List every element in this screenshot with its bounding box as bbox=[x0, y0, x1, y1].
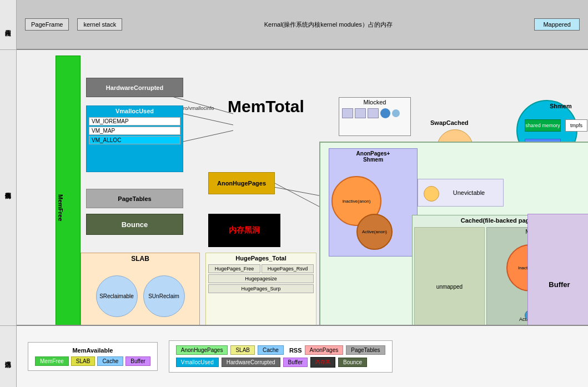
vm-map-item: VM_MAP bbox=[89, 127, 180, 135]
anonhugepages-box: AnonHugePages bbox=[208, 172, 275, 194]
buffer-rss-badge: Buffer bbox=[283, 358, 308, 367]
slab-rss-badge: SLAB bbox=[230, 345, 255, 355]
active-anon-circle: Active(anon) bbox=[356, 214, 393, 250]
slab-badge: SLAB bbox=[71, 356, 96, 366]
sreclaimable-circle: SReclaimable bbox=[96, 275, 138, 317]
bounce-rss-badge: Bounce bbox=[338, 358, 367, 367]
unmapped-box: unmapped bbox=[414, 227, 485, 326]
sunreclaim-circle: SUnReclaim bbox=[143, 275, 185, 317]
middle-section: MemFree HardwareCorrupted pro/vmallocinf… bbox=[17, 50, 588, 326]
hugepages-surp-item: HugePages_Surp bbox=[208, 284, 314, 293]
svg-line-3 bbox=[183, 130, 233, 142]
rss-summary: AnonHugePages SLAB Cache RSS AnonPages P… bbox=[169, 340, 393, 373]
memfree-badge: MemFree bbox=[35, 356, 69, 366]
vm-ioremap-item: VM_IOREMAP bbox=[89, 117, 180, 125]
page-tables-box: PageTables bbox=[86, 189, 183, 208]
mlocked-title: Mlocked bbox=[339, 98, 410, 107]
pro-vmallocinfo-label: pro/vmallocinfo bbox=[180, 105, 214, 111]
hugepagesize-item: Hugepagesize bbox=[208, 274, 314, 283]
unevictable-circle bbox=[424, 186, 439, 202]
rss-label: RSS bbox=[289, 347, 302, 354]
top-section: PageFrame kernel stack Kernal(操作系统内核kern… bbox=[17, 0, 588, 50]
kernel-label: Kernal(操作系统内核kernel modules）占的内存 bbox=[130, 21, 526, 29]
tmpfs-box: tmpfs bbox=[565, 119, 587, 132]
content-area: PageFrame kernel stack Kernal(操作系统内核kern… bbox=[17, 0, 588, 387]
svg-line-2 bbox=[183, 114, 233, 125]
shared-memory-box: shared memory bbox=[525, 119, 561, 132]
inner-rss-badge: 内存黑 bbox=[310, 357, 335, 368]
inner-memory-box: 内存黑洞 bbox=[208, 214, 280, 247]
slab-circles: SReclaimable SUnReclaim bbox=[81, 275, 199, 317]
memfree-label: MemFree bbox=[57, 194, 64, 221]
main-container: 内核使用内存 剩余内存使用情况 内存汇总情况 PageFrame kernel … bbox=[0, 0, 588, 387]
mlocked-box: Mlocked bbox=[339, 97, 411, 136]
vmallocused-rss-badge: VmallocUsed bbox=[176, 358, 219, 367]
slab-title: SLAB bbox=[81, 253, 199, 264]
memtotal-label: MemTotal bbox=[228, 97, 304, 116]
rss-row1: AnonHugePages SLAB Cache RSS AnonPages P… bbox=[176, 345, 385, 355]
bounce-box: Bounce bbox=[86, 214, 183, 235]
slab-container: SLAB SReclaimable SUnReclaim bbox=[81, 253, 200, 326]
pagetables-rss-badge: PageTables bbox=[346, 345, 385, 355]
vm-alloc-item: VM_ALLOC bbox=[89, 136, 180, 144]
pageframe-box: PageFrame bbox=[25, 18, 69, 31]
mlocked-rect1 bbox=[342, 108, 353, 118]
remaining-memory-label: 剩余内存使用情况 bbox=[0, 50, 16, 326]
hugepages-free-item: HugePages_Free bbox=[208, 264, 260, 273]
mlocked-rect3 bbox=[368, 108, 379, 118]
summary-memory-label: 内存汇总情况 bbox=[0, 326, 16, 387]
buffer-box: Buffer bbox=[527, 214, 588, 326]
memavailable-summary: MemAvailable MemFree SLAB Cache Buffer bbox=[28, 342, 158, 371]
mlocked-shapes bbox=[339, 107, 410, 120]
memfree-bar bbox=[56, 56, 81, 326]
hugepages-title: HugePages_Total bbox=[206, 253, 316, 263]
memavailable-title: MemAvailable bbox=[35, 347, 150, 354]
left-labels: 内核使用内存 剩余内存使用情况 内存汇总情况 bbox=[0, 0, 17, 387]
cache-rss-badge: Cache bbox=[258, 345, 284, 355]
anonpages-title: AnonPages+Shmem bbox=[329, 149, 417, 164]
bottom-section: MemAvailable MemFree SLAB Cache Buffer A… bbox=[17, 326, 588, 387]
unevictable-box: Unevictable bbox=[418, 179, 504, 207]
mlocked-circle1 bbox=[380, 108, 390, 118]
hugepages-container: HugePages_Total HugePages_Free HugePages… bbox=[205, 253, 316, 326]
anonhugepages-rss-badge: AnonHugePages bbox=[176, 345, 228, 355]
cache-badge: Cache bbox=[97, 356, 123, 366]
buffer-badge: Buffer bbox=[125, 356, 150, 366]
mappered-box: Mappered bbox=[534, 18, 580, 31]
memavailable-items: MemFree SLAB Cache Buffer bbox=[35, 356, 150, 366]
kernel-memory-label: 内核使用内存 bbox=[0, 0, 16, 50]
kernelstack-box: kernel stack bbox=[77, 18, 122, 31]
mlocked-rect2 bbox=[355, 108, 366, 118]
vmalloc-used-box: VmallocUsed VM_IOREMAP VM_MAP VM_ALLOC bbox=[86, 105, 183, 172]
shmem-title: Shmem bbox=[550, 103, 572, 109]
rss-row2: VmallocUsed HardwareCorrupted Buffer 内存黑… bbox=[176, 357, 385, 368]
vmalloc-title: VmallocUsed bbox=[87, 106, 183, 116]
anonpages-rss-badge: AnonPages bbox=[305, 345, 344, 355]
mlocked-circle2 bbox=[392, 109, 400, 117]
hwcorrupted-rss-badge: HardwareCorrupted bbox=[222, 358, 280, 367]
hugepages-rsvd-item: HugePages_Rsvd bbox=[262, 264, 314, 273]
hardware-corrupted-box: HardwareCorrupted bbox=[86, 78, 183, 97]
hugepages-row1: HugePages_Free HugePages_Rsvd bbox=[208, 264, 314, 273]
swapcached-label: SwapCached bbox=[430, 119, 468, 126]
